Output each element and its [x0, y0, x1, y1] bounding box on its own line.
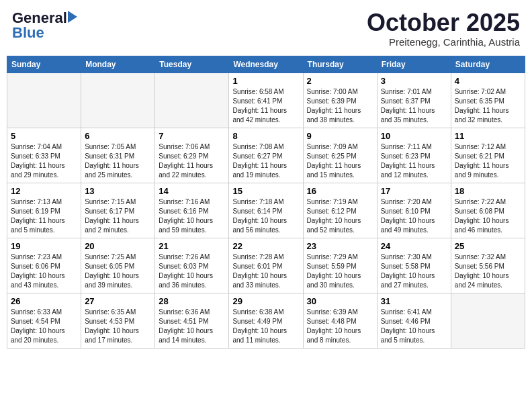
calendar-header-saturday: Saturday	[451, 56, 525, 73]
day-number: 12	[11, 186, 77, 196]
day-info: Sunrise: 6:38 AM Sunset: 4:49 PM Dayligh…	[232, 308, 299, 345]
calendar-cell: 3Sunrise: 7:01 AM Sunset: 6:37 PM Daylig…	[377, 73, 451, 128]
day-info: Sunrise: 7:28 AM Sunset: 6:01 PM Dayligh…	[232, 253, 299, 290]
day-number: 13	[85, 186, 151, 196]
day-info: Sunrise: 7:25 AM Sunset: 6:05 PM Dayligh…	[85, 253, 151, 290]
calendar-header-tuesday: Tuesday	[155, 56, 229, 73]
day-info: Sunrise: 7:19 AM Sunset: 6:12 PM Dayligh…	[307, 197, 373, 235]
title-section: October 2025 Preitenegg, Carinthia, Aust…	[367, 9, 520, 48]
day-info: Sunrise: 7:06 AM Sunset: 6:29 PM Dayligh…	[159, 142, 225, 180]
day-number: 8	[232, 131, 299, 141]
day-info: Sunrise: 7:11 AM Sunset: 6:23 PM Dayligh…	[381, 142, 447, 180]
day-number: 11	[455, 131, 521, 141]
calendar-week-5: 26Sunrise: 6:33 AM Sunset: 4:54 PM Dayli…	[7, 293, 525, 348]
day-info: Sunrise: 7:32 AM Sunset: 5:56 PM Dayligh…	[455, 253, 521, 290]
calendar-header-monday: Monday	[81, 56, 155, 73]
day-number: 16	[307, 186, 373, 196]
day-number: 27	[85, 296, 151, 306]
day-info: Sunrise: 6:58 AM Sunset: 6:41 PM Dayligh…	[232, 87, 299, 125]
day-info: Sunrise: 7:18 AM Sunset: 6:14 PM Dayligh…	[232, 197, 299, 235]
calendar-cell: 27Sunrise: 6:35 AM Sunset: 4:53 PM Dayli…	[81, 293, 155, 348]
calendar-cell	[451, 293, 525, 348]
calendar-cell: 14Sunrise: 7:16 AM Sunset: 6:16 PM Dayli…	[155, 183, 229, 238]
calendar-cell: 2Sunrise: 7:00 AM Sunset: 6:39 PM Daylig…	[303, 73, 377, 128]
day-number: 26	[11, 296, 77, 306]
day-number: 31	[381, 296, 447, 306]
day-info: Sunrise: 7:29 AM Sunset: 5:59 PM Dayligh…	[307, 253, 373, 290]
day-number: 19	[11, 241, 77, 251]
day-info: Sunrise: 6:36 AM Sunset: 4:51 PM Dayligh…	[159, 308, 225, 345]
calendar-cell: 23Sunrise: 7:29 AM Sunset: 5:59 PM Dayli…	[303, 238, 377, 293]
day-number: 23	[307, 241, 373, 251]
calendar-cell: 31Sunrise: 6:41 AM Sunset: 4:46 PM Dayli…	[377, 293, 451, 348]
day-number: 10	[381, 131, 447, 141]
day-info: Sunrise: 7:30 AM Sunset: 5:58 PM Dayligh…	[381, 253, 447, 290]
day-number: 4	[455, 76, 521, 86]
day-number: 20	[85, 241, 151, 251]
calendar-cell	[155, 73, 229, 128]
calendar-cell: 26Sunrise: 6:33 AM Sunset: 4:54 PM Dayli…	[7, 293, 81, 348]
calendar-cell: 7Sunrise: 7:06 AM Sunset: 6:29 PM Daylig…	[155, 128, 229, 183]
calendar-cell: 22Sunrise: 7:28 AM Sunset: 6:01 PM Dayli…	[229, 238, 303, 293]
calendar-cell: 21Sunrise: 7:26 AM Sunset: 6:03 PM Dayli…	[155, 238, 229, 293]
calendar-header-wednesday: Wednesday	[229, 56, 303, 73]
day-number: 30	[307, 296, 373, 306]
day-number: 28	[159, 296, 225, 306]
day-number: 29	[232, 296, 299, 306]
calendar-header-thursday: Thursday	[303, 56, 377, 73]
day-info: Sunrise: 7:16 AM Sunset: 6:16 PM Dayligh…	[159, 197, 225, 235]
calendar-week-4: 19Sunrise: 7:23 AM Sunset: 6:06 PM Dayli…	[7, 238, 525, 293]
day-number: 15	[232, 186, 299, 196]
day-number: 21	[159, 241, 225, 251]
calendar-week-3: 12Sunrise: 7:13 AM Sunset: 6:19 PM Dayli…	[7, 183, 525, 238]
calendar-cell: 18Sunrise: 7:22 AM Sunset: 6:08 PM Dayli…	[451, 183, 525, 238]
logo: General Blue	[12, 9, 77, 42]
calendar-cell: 9Sunrise: 7:09 AM Sunset: 6:25 PM Daylig…	[303, 128, 377, 183]
calendar-cell: 12Sunrise: 7:13 AM Sunset: 6:19 PM Dayli…	[7, 183, 81, 238]
day-number: 17	[381, 186, 447, 196]
calendar-header-row: SundayMondayTuesdayWednesdayThursdayFrid…	[7, 56, 525, 73]
calendar-header-friday: Friday	[377, 56, 451, 73]
day-info: Sunrise: 7:05 AM Sunset: 6:31 PM Dayligh…	[85, 142, 151, 180]
calendar-cell: 8Sunrise: 7:08 AM Sunset: 6:27 PM Daylig…	[229, 128, 303, 183]
calendar-cell: 4Sunrise: 7:02 AM Sunset: 6:35 PM Daylig…	[451, 73, 525, 128]
calendar-cell: 13Sunrise: 7:15 AM Sunset: 6:17 PM Dayli…	[81, 183, 155, 238]
calendar-cell: 29Sunrise: 6:38 AM Sunset: 4:49 PM Dayli…	[229, 293, 303, 348]
day-info: Sunrise: 7:09 AM Sunset: 6:25 PM Dayligh…	[307, 142, 373, 180]
calendar-cell: 15Sunrise: 7:18 AM Sunset: 6:14 PM Dayli…	[229, 183, 303, 238]
calendar-cell: 11Sunrise: 7:12 AM Sunset: 6:21 PM Dayli…	[451, 128, 525, 183]
day-number: 2	[307, 76, 373, 86]
day-info: Sunrise: 7:12 AM Sunset: 6:21 PM Dayligh…	[455, 142, 521, 180]
calendar-cell	[81, 73, 155, 128]
day-number: 9	[307, 131, 373, 141]
day-info: Sunrise: 6:39 AM Sunset: 4:48 PM Dayligh…	[307, 308, 373, 345]
month-title: October 2025	[367, 9, 520, 36]
day-info: Sunrise: 7:22 AM Sunset: 6:08 PM Dayligh…	[455, 197, 521, 235]
day-info: Sunrise: 7:13 AM Sunset: 6:19 PM Dayligh…	[11, 197, 77, 235]
day-number: 5	[11, 131, 77, 141]
calendar-cell: 1Sunrise: 6:58 AM Sunset: 6:41 PM Daylig…	[229, 73, 303, 128]
day-info: Sunrise: 7:26 AM Sunset: 6:03 PM Dayligh…	[159, 253, 225, 290]
page-header: General Blue October 2025 Preitenegg, Ca…	[7, 7, 525, 50]
day-number: 14	[159, 186, 225, 196]
location-subtitle: Preitenegg, Carinthia, Austria	[367, 36, 520, 48]
calendar-cell: 28Sunrise: 6:36 AM Sunset: 4:51 PM Dayli…	[155, 293, 229, 348]
calendar-cell: 17Sunrise: 7:20 AM Sunset: 6:10 PM Dayli…	[377, 183, 451, 238]
calendar-cell: 16Sunrise: 7:19 AM Sunset: 6:12 PM Dayli…	[303, 183, 377, 238]
day-number: 6	[85, 131, 151, 141]
day-number: 1	[232, 76, 299, 86]
calendar-cell: 25Sunrise: 7:32 AM Sunset: 5:56 PM Dayli…	[451, 238, 525, 293]
day-info: Sunrise: 7:15 AM Sunset: 6:17 PM Dayligh…	[85, 197, 151, 235]
day-number: 22	[232, 241, 299, 251]
day-info: Sunrise: 7:08 AM Sunset: 6:27 PM Dayligh…	[232, 142, 299, 180]
calendar-cell: 6Sunrise: 7:05 AM Sunset: 6:31 PM Daylig…	[81, 128, 155, 183]
calendar-cell	[7, 73, 81, 128]
calendar-cell: 10Sunrise: 7:11 AM Sunset: 6:23 PM Dayli…	[377, 128, 451, 183]
day-number: 18	[455, 186, 521, 196]
day-info: Sunrise: 7:01 AM Sunset: 6:37 PM Dayligh…	[381, 87, 447, 125]
calendar-cell: 5Sunrise: 7:04 AM Sunset: 6:33 PM Daylig…	[7, 128, 81, 183]
day-info: Sunrise: 7:20 AM Sunset: 6:10 PM Dayligh…	[381, 197, 447, 235]
day-number: 25	[455, 241, 521, 251]
day-info: Sunrise: 7:00 AM Sunset: 6:39 PM Dayligh…	[307, 87, 373, 125]
calendar-header-sunday: Sunday	[7, 56, 81, 73]
